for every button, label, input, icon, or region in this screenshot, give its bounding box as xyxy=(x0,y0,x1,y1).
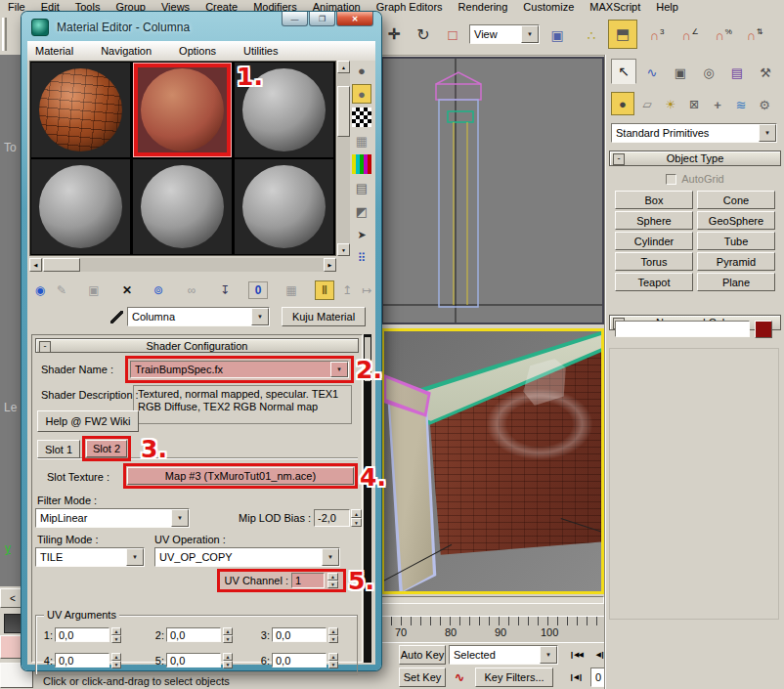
uv-arg-spinner[interactable]: ▲▼ xyxy=(328,653,338,667)
uv-channel-field[interactable]: 1 xyxy=(291,573,325,588)
spin-up-icon[interactable]: ▲ xyxy=(223,627,233,635)
uv-arg-spinner[interactable]: ▲▼ xyxy=(111,627,121,642)
put-to-library-button[interactable]: ↧ xyxy=(215,281,235,299)
make-material-copy-button[interactable]: ⊚ xyxy=(149,281,168,299)
uv-arg-spinner[interactable]: ▲▼ xyxy=(223,653,233,667)
menu-customize[interactable]: Customize xyxy=(515,0,582,14)
uv-arg-spinner[interactable]: ▲▼ xyxy=(328,627,338,642)
background-button[interactable] xyxy=(352,108,371,127)
close-button[interactable]: ✕ xyxy=(336,12,373,26)
menu-navigation[interactable]: Navigation xyxy=(93,44,159,58)
spin-down-icon[interactable]: ▼ xyxy=(328,635,338,643)
tiling-mode-dropdown[interactable]: TILE ▼ xyxy=(35,547,145,567)
make-preview-button[interactable]: ▤ xyxy=(352,178,371,197)
material-slot[interactable] xyxy=(235,159,333,254)
tab-create[interactable]: ↖ xyxy=(611,59,636,84)
get-material-button[interactable]: ◉ xyxy=(30,281,50,299)
category-shapes-button[interactable]: ▱ xyxy=(636,94,658,115)
object-type-rollout-header[interactable]: - Object Type xyxy=(609,151,781,166)
menu-options[interactable]: Options xyxy=(171,44,224,58)
object-button-torus[interactable]: Torus xyxy=(615,252,693,271)
mip-lod-bias-field[interactable]: -2,0 xyxy=(314,509,350,527)
assign-material-button[interactable]: ▣ xyxy=(84,281,104,299)
viewport-perspective-active[interactable] xyxy=(381,328,604,594)
spin-up-icon[interactable]: ▲ xyxy=(327,573,338,581)
uv-arg-field[interactable]: 0,0 xyxy=(166,653,221,667)
material-slot-selected[interactable] xyxy=(133,63,232,157)
minimize-button[interactable]: — xyxy=(282,12,308,26)
object-button-sphere[interactable]: Sphere xyxy=(615,211,693,230)
object-button-geosphere[interactable]: GeoSphere xyxy=(697,211,775,230)
tab-hierarchy[interactable]: ▣ xyxy=(668,61,693,84)
category-helpers-button[interactable]: + xyxy=(707,94,728,115)
select-rotate-button[interactable]: ↻ xyxy=(411,22,436,47)
backlight-button[interactable]: ● xyxy=(352,84,371,104)
tab-motion[interactable]: ◎ xyxy=(696,61,721,84)
chevron-down-icon[interactable]: ▼ xyxy=(251,308,269,325)
menu-material[interactable]: Material xyxy=(27,44,81,58)
shader-configuration-rollout-header[interactable]: - Shader Configuration xyxy=(35,338,359,353)
uv-arg-spinner[interactable]: ▲▼ xyxy=(223,627,233,642)
object-button-teapot[interactable]: Teapot xyxy=(615,273,693,291)
go-to-parent-button[interactable]: ↥ xyxy=(338,281,356,299)
help-fw2-wiki-button[interactable]: Help @ FW2 Wiki xyxy=(37,410,139,432)
slot-texture-button[interactable]: Map #3 (TxMuroTut01_nm.ace) xyxy=(127,467,354,485)
collapse-icon[interactable]: - xyxy=(39,341,51,353)
object-color-swatch[interactable] xyxy=(755,321,772,338)
spin-up-icon[interactable]: ▲ xyxy=(328,627,338,635)
slots-horizontal-scrollbar[interactable]: ◀ ▶ xyxy=(29,258,336,272)
video-color-check-button[interactable] xyxy=(352,154,371,174)
key-selection-dropdown[interactable]: Selected ▼ xyxy=(449,645,558,665)
reset-map-button[interactable]: ✕ xyxy=(117,281,137,299)
maximize-button[interactable]: ❐ xyxy=(309,12,335,26)
auto-key-button[interactable]: Auto Key xyxy=(399,645,446,665)
collapse-icon[interactable]: - xyxy=(613,153,625,165)
chevron-down-icon[interactable]: ▼ xyxy=(322,548,339,566)
spin-down-icon[interactable]: ▼ xyxy=(223,635,233,643)
menu-help[interactable]: Help xyxy=(648,0,686,14)
material-type-button[interactable]: Kuju Material xyxy=(282,307,366,326)
object-button-pyramid[interactable]: Pyramid xyxy=(697,252,775,271)
chevron-down-icon[interactable]: ▼ xyxy=(759,124,776,142)
scroll-thumb[interactable] xyxy=(337,86,350,137)
uv-arg-field[interactable]: 0,0 xyxy=(166,627,221,642)
spin-up-icon[interactable]: ▲ xyxy=(111,653,121,661)
autogrid-checkbox[interactable] xyxy=(666,174,676,185)
go-to-start-button[interactable]: ❙◀◀ xyxy=(565,645,587,665)
slot1-tab[interactable]: Slot 1 xyxy=(37,440,80,458)
scroll-left-button[interactable]: ◀ xyxy=(29,258,42,272)
scroll-right-button[interactable]: ▶ xyxy=(324,258,336,272)
toolbar-drag-handle[interactable] xyxy=(2,18,7,51)
category-cameras-button[interactable]: ⊠ xyxy=(683,94,705,115)
tab-modify[interactable]: ∿ xyxy=(639,61,665,84)
key-mode-toggle-button[interactable]: ❙◀❙ xyxy=(565,667,587,687)
category-geometry-button[interactable]: ● xyxy=(611,92,634,115)
show-map-in-viewport-button[interactable]: ▦ xyxy=(282,281,301,299)
timeline-ruler[interactable]: 70 80 90 100 xyxy=(381,616,604,642)
object-button-tube[interactable]: Tube xyxy=(697,232,775,250)
slot2-tab[interactable]: Slot 2 xyxy=(86,440,127,457)
key-filters-button[interactable]: Key Filters... xyxy=(475,667,553,687)
select-by-material-button[interactable]: ➤ xyxy=(352,225,371,244)
material-slot-brick[interactable] xyxy=(31,63,130,157)
menu-graph-editors[interactable]: Graph Editors xyxy=(369,0,451,14)
percent-snap-button[interactable]: ∩% xyxy=(710,23,737,47)
object-name-input[interactable] xyxy=(615,321,750,337)
scroll-down-button[interactable]: ▼ xyxy=(337,243,350,256)
put-material-to-scene-button[interactable]: ✎ xyxy=(52,281,71,299)
select-move-button[interactable]: ✛ xyxy=(381,22,407,47)
set-key-button[interactable]: Set Key xyxy=(399,667,446,687)
angle-snap-button[interactable]: ∩∠ xyxy=(676,23,704,47)
spin-down-icon[interactable]: ▼ xyxy=(223,661,233,668)
set-key-mode-icon[interactable]: ∿ xyxy=(449,667,470,687)
spin-down-icon[interactable]: ▼ xyxy=(111,635,121,643)
object-button-cone[interactable]: Cone xyxy=(697,191,775,209)
mip-lod-bias-spinner[interactable]: ▲ ▼ xyxy=(351,509,362,527)
select-manipulate-button[interactable]: ∴ xyxy=(581,23,602,47)
material-name-dropdown[interactable]: Columna ▼ xyxy=(127,307,270,326)
snap-3d-button[interactable]: ∩3 xyxy=(643,23,671,47)
spin-up-icon[interactable]: ▲ xyxy=(328,653,338,661)
sample-type-button[interactable]: ● xyxy=(352,61,371,80)
spin-up-icon[interactable]: ▲ xyxy=(223,653,233,661)
chevron-down-icon[interactable]: ▼ xyxy=(126,548,144,566)
